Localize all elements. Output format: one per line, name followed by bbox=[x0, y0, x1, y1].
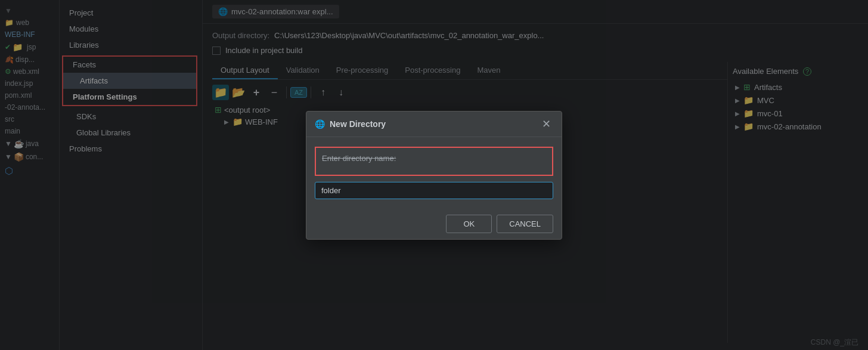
dialog-globe-icon: 🌐 bbox=[315, 119, 325, 129]
dialog-label: Enter directory name: bbox=[322, 154, 546, 163]
modal-footer: OK CANCEL bbox=[306, 209, 562, 239]
directory-name-input[interactable] bbox=[315, 182, 553, 199]
modal-header: 🌐 New Directory ✕ bbox=[306, 111, 562, 137]
modal-close-button[interactable]: ✕ bbox=[540, 117, 553, 131]
modal-body: Enter directory name: bbox=[306, 137, 562, 209]
new-directory-dialog: 🌐 New Directory ✕ Enter directory name: … bbox=[306, 111, 562, 240]
modal-title: 🌐 New Directory bbox=[315, 119, 386, 129]
modal-overlay: 🌐 New Directory ✕ Enter directory name: … bbox=[0, 0, 868, 350]
cancel-button[interactable]: CANCEL bbox=[497, 215, 553, 233]
ok-button[interactable]: OK bbox=[446, 215, 492, 233]
